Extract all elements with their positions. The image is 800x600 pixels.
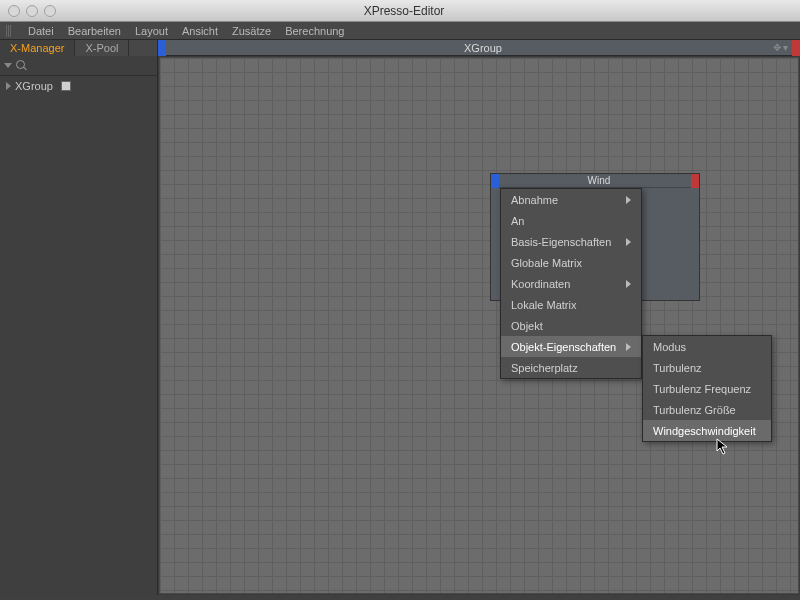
panel-tabs: X-Manager X-Pool: [0, 40, 157, 56]
node-canvas[interactable]: Wind Abnahme An Basis-Eigenschaften Glob…: [159, 57, 799, 594]
xgroup-header[interactable]: XGroup ✥ ▾: [158, 40, 800, 56]
tree-item-xgroup[interactable]: XGroup: [0, 76, 157, 96]
menu-bar: Datei Bearbeiten Layout Ansicht Zusätze …: [0, 22, 800, 40]
node-icon: [61, 81, 71, 91]
ctx-basis-eigenschaften[interactable]: Basis-Eigenschaften: [501, 231, 641, 252]
subctx-modus[interactable]: Modus: [643, 336, 771, 357]
menu-bearbeiten[interactable]: Bearbeiten: [68, 25, 121, 37]
menu-berechnung[interactable]: Berechnung: [285, 25, 344, 37]
subctx-turbulenz-groesse[interactable]: Turbulenz Größe: [643, 399, 771, 420]
chevron-down-icon[interactable]: ▾: [783, 42, 788, 53]
menu-zusaetze[interactable]: Zusätze: [232, 25, 271, 37]
node-title: Wind: [499, 175, 699, 186]
ctx-abnahme[interactable]: Abnahme: [501, 189, 641, 210]
input-port-icon[interactable]: [158, 40, 166, 56]
context-submenu: Modus Turbulenz Turbulenz Frequenz Turbu…: [642, 335, 772, 442]
ctx-an[interactable]: An: [501, 210, 641, 231]
node-header[interactable]: Wind: [491, 174, 699, 188]
ctx-lokale-matrix[interactable]: Lokale Matrix: [501, 294, 641, 315]
search-icon[interactable]: [16, 60, 28, 72]
tab-x-manager[interactable]: X-Manager: [0, 40, 75, 56]
menu-layout[interactable]: Layout: [135, 25, 168, 37]
search-row: [0, 56, 157, 76]
window-titlebar: XPresso-Editor: [0, 0, 800, 22]
submenu-arrow-icon: [626, 238, 631, 246]
tab-x-pool[interactable]: X-Pool: [75, 40, 129, 56]
ctx-speicherplatz[interactable]: Speicherplatz: [501, 357, 641, 378]
menu-ansicht[interactable]: Ansicht: [182, 25, 218, 37]
ctx-globale-matrix[interactable]: Globale Matrix: [501, 252, 641, 273]
header-icons: ✥ ▾: [773, 42, 788, 53]
context-menu: Abnahme An Basis-Eigenschaften Globale M…: [500, 188, 642, 379]
subctx-turbulenz[interactable]: Turbulenz: [643, 357, 771, 378]
output-port-icon[interactable]: [691, 174, 699, 188]
ctx-objekt-eigenschaften[interactable]: Objekt-Eigenschaften: [501, 336, 641, 357]
output-port-icon[interactable]: [792, 40, 800, 56]
ctx-objekt[interactable]: Objekt: [501, 315, 641, 336]
footer-bar: [0, 595, 800, 600]
subctx-turbulenz-frequenz[interactable]: Turbulenz Frequenz: [643, 378, 771, 399]
left-panel: X-Manager X-Pool XGroup: [0, 40, 158, 595]
expand-icon[interactable]: [6, 82, 11, 90]
window-title: XPresso-Editor: [8, 4, 800, 18]
center-panel: XGroup ✥ ▾ Wind Abnahme An Basis-Eigensc…: [158, 40, 800, 595]
grip-icon: [6, 25, 12, 37]
move-icon[interactable]: ✥: [773, 42, 781, 53]
submenu-arrow-icon: [626, 196, 631, 204]
submenu-arrow-icon: [626, 280, 631, 288]
dropdown-icon[interactable]: [4, 63, 12, 68]
submenu-arrow-icon: [626, 343, 631, 351]
xgroup-title: XGroup: [166, 42, 800, 54]
menu-datei[interactable]: Datei: [28, 25, 54, 37]
ctx-koordinaten[interactable]: Koordinaten: [501, 273, 641, 294]
subctx-windgeschwindigkeit[interactable]: Windgeschwindigkeit: [643, 420, 771, 441]
tree-item-label: XGroup: [15, 80, 53, 92]
input-port-icon[interactable]: [491, 174, 499, 188]
